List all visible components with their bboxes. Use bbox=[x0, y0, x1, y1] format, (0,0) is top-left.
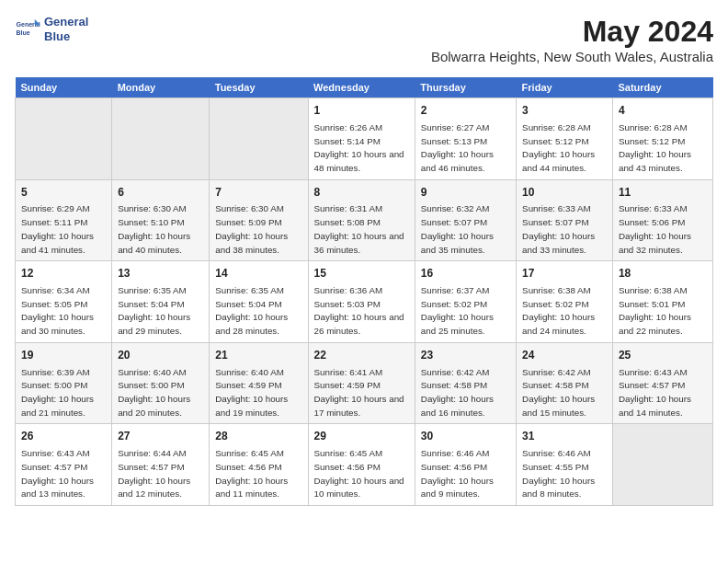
calendar-cell: 31Sunrise: 6:46 AMSunset: 4:55 PMDayligh… bbox=[517, 424, 613, 506]
day-info: Sunrise: 6:44 AMSunset: 4:57 PMDaylight:… bbox=[118, 448, 190, 499]
week-row-4: 19Sunrise: 6:39 AMSunset: 5:00 PMDayligh… bbox=[16, 342, 713, 424]
week-row-1: 1Sunrise: 6:26 AMSunset: 5:14 PMDaylight… bbox=[16, 98, 713, 180]
day-info: Sunrise: 6:30 AMSunset: 5:10 PMDaylight:… bbox=[118, 203, 190, 254]
day-info: Sunrise: 6:31 AMSunset: 5:08 PMDaylight:… bbox=[314, 203, 404, 254]
calendar-cell: 28Sunrise: 6:45 AMSunset: 4:56 PMDayligh… bbox=[210, 424, 308, 506]
calendar-cell: 2Sunrise: 6:27 AMSunset: 5:13 PMDaylight… bbox=[415, 98, 516, 180]
day-number: 2 bbox=[421, 103, 510, 119]
calendar-cell: 30Sunrise: 6:46 AMSunset: 4:56 PMDayligh… bbox=[415, 424, 516, 506]
calendar-cell: 4Sunrise: 6:28 AMSunset: 5:12 PMDaylight… bbox=[612, 98, 712, 180]
calendar-cell: 26Sunrise: 6:43 AMSunset: 4:57 PMDayligh… bbox=[16, 424, 112, 506]
day-info: Sunrise: 6:42 AMSunset: 4:58 PMDaylight:… bbox=[522, 367, 595, 418]
day-number: 3 bbox=[522, 103, 607, 119]
day-number: 20 bbox=[118, 348, 203, 363]
day-number: 9 bbox=[421, 185, 510, 201]
day-number: 25 bbox=[619, 348, 707, 363]
day-number: 11 bbox=[619, 185, 707, 201]
top-bar: General Blue General Blue May 2024 Bolwa… bbox=[15, 15, 713, 72]
day-number: 8 bbox=[314, 185, 409, 201]
calendar-cell: 13Sunrise: 6:35 AMSunset: 5:04 PMDayligh… bbox=[112, 261, 210, 343]
header-monday: Monday bbox=[112, 77, 210, 98]
day-info: Sunrise: 6:40 AMSunset: 5:00 PMDaylight:… bbox=[118, 367, 190, 418]
week-row-2: 5Sunrise: 6:29 AMSunset: 5:11 PMDaylight… bbox=[16, 179, 713, 261]
day-number: 17 bbox=[522, 266, 607, 282]
day-info: Sunrise: 6:43 AMSunset: 4:57 PMDaylight:… bbox=[619, 367, 691, 418]
calendar-cell: 19Sunrise: 6:39 AMSunset: 5:00 PMDayligh… bbox=[16, 342, 112, 424]
day-number: 1 bbox=[314, 103, 409, 119]
day-number: 26 bbox=[21, 429, 106, 444]
day-info: Sunrise: 6:32 AMSunset: 5:07 PMDaylight:… bbox=[421, 203, 494, 254]
day-number: 23 bbox=[421, 348, 510, 363]
calendar-cell: 23Sunrise: 6:42 AMSunset: 4:58 PMDayligh… bbox=[415, 342, 516, 424]
day-number: 31 bbox=[522, 429, 607, 444]
header-friday: Friday bbox=[517, 77, 613, 98]
day-number: 19 bbox=[21, 348, 106, 363]
week-row-3: 12Sunrise: 6:34 AMSunset: 5:05 PMDayligh… bbox=[16, 261, 713, 343]
day-info: Sunrise: 6:45 AMSunset: 4:56 PMDaylight:… bbox=[215, 448, 288, 499]
calendar-subtitle: Bolwarra Heights, New South Wales, Austr… bbox=[431, 49, 713, 64]
logo-line1: General bbox=[44, 15, 88, 29]
day-number: 29 bbox=[314, 429, 409, 444]
day-number: 15 bbox=[314, 266, 409, 282]
day-info: Sunrise: 6:37 AMSunset: 5:02 PMDaylight:… bbox=[421, 285, 494, 336]
day-number: 16 bbox=[421, 266, 510, 282]
calendar-cell: 12Sunrise: 6:34 AMSunset: 5:05 PMDayligh… bbox=[16, 261, 112, 343]
day-info: Sunrise: 6:29 AMSunset: 5:11 PMDaylight:… bbox=[21, 203, 94, 254]
day-number: 14 bbox=[215, 266, 301, 282]
calendar-cell: 15Sunrise: 6:36 AMSunset: 5:03 PMDayligh… bbox=[308, 261, 415, 343]
day-number: 22 bbox=[314, 348, 409, 363]
calendar-cell: 9Sunrise: 6:32 AMSunset: 5:07 PMDaylight… bbox=[415, 179, 516, 261]
calendar-header: SundayMondayTuesdayWednesdayThursdayFrid… bbox=[16, 77, 713, 98]
calendar-cell: 11Sunrise: 6:33 AMSunset: 5:06 PMDayligh… bbox=[612, 179, 712, 261]
day-number: 13 bbox=[118, 266, 203, 282]
calendar-cell: 25Sunrise: 6:43 AMSunset: 4:57 PMDayligh… bbox=[612, 342, 712, 424]
day-info: Sunrise: 6:27 AMSunset: 5:13 PMDaylight:… bbox=[421, 122, 494, 173]
day-number: 7 bbox=[215, 185, 301, 201]
day-number: 18 bbox=[619, 266, 707, 282]
header-wednesday: Wednesday bbox=[308, 77, 415, 98]
calendar-cell: 27Sunrise: 6:44 AMSunset: 4:57 PMDayligh… bbox=[112, 424, 210, 506]
calendar-cell: 20Sunrise: 6:40 AMSunset: 5:00 PMDayligh… bbox=[112, 342, 210, 424]
title-section: May 2024 Bolwarra Heights, New South Wal… bbox=[431, 15, 713, 70]
day-info: Sunrise: 6:34 AMSunset: 5:05 PMDaylight:… bbox=[21, 285, 94, 336]
calendar-cell bbox=[112, 98, 210, 180]
day-info: Sunrise: 6:42 AMSunset: 4:58 PMDaylight:… bbox=[421, 367, 494, 418]
day-number: 21 bbox=[215, 348, 301, 363]
calendar-title: May 2024 bbox=[431, 15, 713, 49]
logo-line2: Blue bbox=[44, 29, 88, 44]
calendar-cell: 21Sunrise: 6:40 AMSunset: 4:59 PMDayligh… bbox=[210, 342, 308, 424]
general-blue-icon: General Blue bbox=[15, 17, 40, 42]
calendar-cell: 18Sunrise: 6:38 AMSunset: 5:01 PMDayligh… bbox=[612, 261, 712, 343]
day-number: 10 bbox=[522, 185, 607, 201]
day-info: Sunrise: 6:26 AMSunset: 5:14 PMDaylight:… bbox=[314, 122, 404, 173]
day-info: Sunrise: 6:39 AMSunset: 5:00 PMDaylight:… bbox=[21, 367, 94, 418]
day-number: 27 bbox=[118, 429, 203, 444]
day-info: Sunrise: 6:41 AMSunset: 4:59 PMDaylight:… bbox=[314, 367, 404, 418]
day-number: 28 bbox=[215, 429, 301, 444]
calendar-cell: 3Sunrise: 6:28 AMSunset: 5:12 PMDaylight… bbox=[517, 98, 613, 180]
day-number: 12 bbox=[21, 266, 106, 282]
day-info: Sunrise: 6:46 AMSunset: 4:55 PMDaylight:… bbox=[522, 448, 595, 499]
day-number: 6 bbox=[118, 185, 203, 201]
calendar-table: SundayMondayTuesdayWednesdayThursdayFrid… bbox=[15, 77, 713, 506]
logo: General Blue General Blue bbox=[15, 15, 88, 43]
header-saturday: Saturday bbox=[612, 77, 712, 98]
header-sunday: Sunday bbox=[16, 77, 112, 98]
day-info: Sunrise: 6:35 AMSunset: 5:04 PMDaylight:… bbox=[118, 285, 190, 336]
calendar-cell: 1Sunrise: 6:26 AMSunset: 5:14 PMDaylight… bbox=[308, 98, 415, 180]
calendar-cell: 29Sunrise: 6:45 AMSunset: 4:56 PMDayligh… bbox=[308, 424, 415, 506]
day-info: Sunrise: 6:38 AMSunset: 5:02 PMDaylight:… bbox=[522, 285, 595, 336]
day-info: Sunrise: 6:33 AMSunset: 5:07 PMDaylight:… bbox=[522, 203, 595, 254]
calendar-body: 1Sunrise: 6:26 AMSunset: 5:14 PMDaylight… bbox=[16, 98, 713, 506]
day-number: 24 bbox=[522, 348, 607, 363]
day-number: 4 bbox=[619, 103, 707, 119]
calendar-cell: 17Sunrise: 6:38 AMSunset: 5:02 PMDayligh… bbox=[517, 261, 613, 343]
calendar-cell: 14Sunrise: 6:35 AMSunset: 5:04 PMDayligh… bbox=[210, 261, 308, 343]
calendar-cell: 6Sunrise: 6:30 AMSunset: 5:10 PMDaylight… bbox=[112, 179, 210, 261]
day-info: Sunrise: 6:33 AMSunset: 5:06 PMDaylight:… bbox=[619, 203, 691, 254]
calendar-cell bbox=[612, 424, 712, 506]
day-info: Sunrise: 6:38 AMSunset: 5:01 PMDaylight:… bbox=[619, 285, 691, 336]
day-number: 5 bbox=[21, 185, 106, 201]
svg-text:Blue: Blue bbox=[17, 29, 30, 36]
calendar-cell: 5Sunrise: 6:29 AMSunset: 5:11 PMDaylight… bbox=[16, 179, 112, 261]
